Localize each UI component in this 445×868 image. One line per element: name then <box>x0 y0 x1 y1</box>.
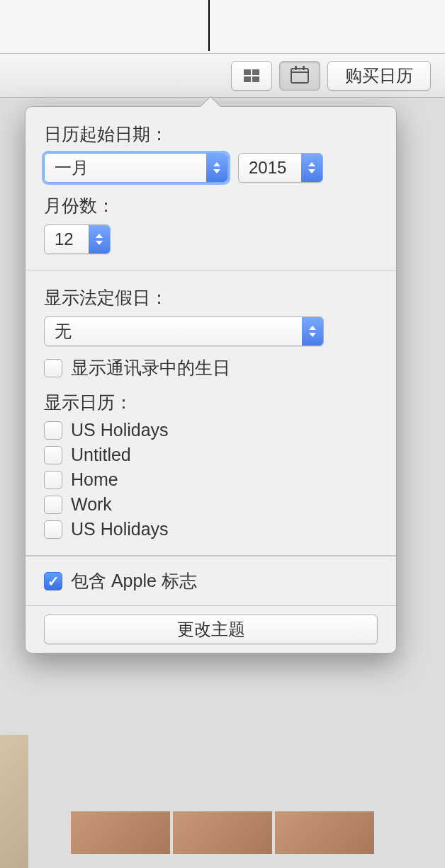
calendar-item-label: Work <box>71 494 112 515</box>
holidays-label: 显示法定假日： <box>44 286 378 309</box>
show-calendars-label: 显示日历： <box>44 391 378 414</box>
theme-section: 更改主题 <box>26 606 396 653</box>
calendar-item[interactable]: US Holidays <box>44 420 378 440</box>
holidays-value: 无 <box>55 320 72 343</box>
select-arrows-icon <box>302 317 323 346</box>
change-theme-label: 更改主题 <box>177 619 245 639</box>
select-arrows-icon <box>301 154 322 182</box>
calendar-checkbox[interactable] <box>44 446 62 464</box>
calendar-item[interactable]: US Holidays <box>44 519 378 539</box>
popover-arrow <box>198 96 221 107</box>
change-theme-button[interactable]: 更改主题 <box>44 615 378 644</box>
toolbar: 购买日历 <box>0 54 445 98</box>
include-apple-logo-checkbox[interactable] <box>44 572 62 590</box>
grid-icon <box>244 69 259 82</box>
months-count-value: 12 <box>55 229 74 249</box>
calendar-list: US Holidays Untitled Home Work US Holida… <box>44 420 378 539</box>
calendar-item[interactable]: Home <box>44 469 378 490</box>
show-birthdays-label: 显示通讯录中的生日 <box>71 356 230 379</box>
buy-calendar-button[interactable]: 购买日历 <box>327 61 431 91</box>
start-year-value: 2015 <box>249 158 286 178</box>
buy-calendar-label: 购买日历 <box>345 64 413 87</box>
calendar-item[interactable]: Work <box>44 494 378 515</box>
include-apple-logo-label: 包含 Apple 标志 <box>71 569 197 593</box>
select-arrows-icon <box>206 154 227 182</box>
calendar-checkbox[interactable] <box>44 496 62 514</box>
holidays-select[interactable]: 无 <box>44 316 324 346</box>
months-count-label: 月份数： <box>44 194 378 217</box>
date-section: 日历起始日期： 一月 2015 月份数： 12 <box>26 107 396 270</box>
background-thumbnail <box>0 735 28 868</box>
calendar-item-label: Untitled <box>71 445 131 465</box>
calendar-settings-button[interactable] <box>279 61 320 91</box>
start-month-value: 一月 <box>55 156 89 179</box>
show-birthdays-checkbox[interactable] <box>44 359 62 377</box>
start-year-select[interactable]: 2015 <box>238 153 323 183</box>
background-thumbnails <box>71 811 374 854</box>
calendar-checkbox[interactable] <box>44 520 62 539</box>
start-date-label: 日历起始日期： <box>44 122 378 146</box>
calendar-item[interactable]: Untitled <box>44 445 378 465</box>
include-apple-logo-row[interactable]: 包含 Apple 标志 <box>44 569 378 593</box>
calendar-item-label: US Holidays <box>71 519 169 539</box>
select-arrows-icon <box>89 225 110 253</box>
show-birthdays-row[interactable]: 显示通讯录中的生日 <box>44 356 378 379</box>
calendar-item-label: Home <box>71 469 118 490</box>
calendar-checkbox[interactable] <box>44 471 62 489</box>
calendar-checkbox[interactable] <box>44 421 62 440</box>
calendars-section: 显示法定假日： 无 显示通讯录中的生日 显示日历： US Holidays Un… <box>26 270 396 556</box>
annotation-line-top <box>208 0 210 51</box>
calendar-settings-popover: 日历起始日期： 一月 2015 月份数： 12 显示法定假日： 无 <box>25 106 397 653</box>
apple-logo-section: 包含 Apple 标志 <box>26 556 396 606</box>
calendar-icon <box>291 68 309 84</box>
layout-view-button[interactable] <box>231 61 272 91</box>
calendar-item-label: US Holidays <box>71 420 169 440</box>
months-count-select[interactable]: 12 <box>44 224 111 254</box>
start-month-select[interactable]: 一月 <box>44 153 228 183</box>
